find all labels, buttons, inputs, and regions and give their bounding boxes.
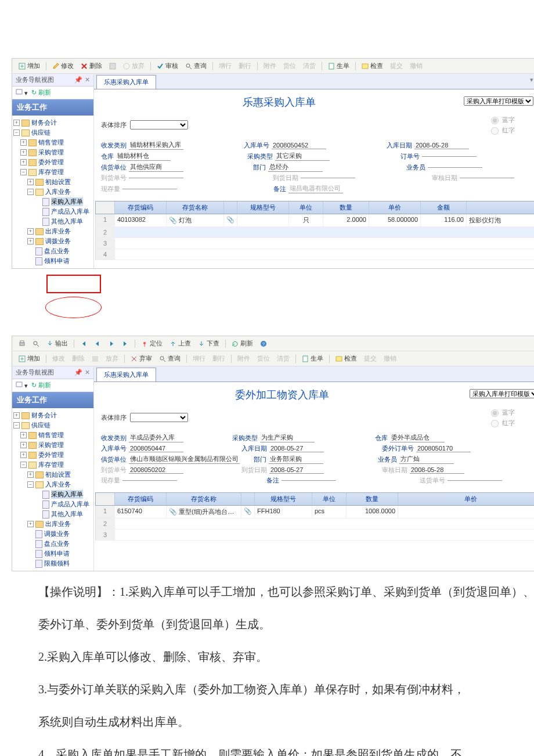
table-row[interactable]: 2 xyxy=(95,227,534,238)
bill-button[interactable]: 生单 xyxy=(325,60,352,71)
tree-node-outsource[interactable]: +委外管理 xyxy=(13,450,92,460)
table-row[interactable]: 3 xyxy=(95,238,534,249)
audit-button[interactable]: 审核 xyxy=(154,60,181,71)
field-salesman[interactable] xyxy=(428,167,482,168)
field-purchase-type[interactable]: 为生产采购 xyxy=(260,433,315,442)
table-row[interactable]: 4 xyxy=(95,249,534,260)
prev-button[interactable] xyxy=(91,339,104,348)
add-button[interactable]: 增加 xyxy=(16,60,43,71)
tree-node-outbound[interactable]: +出库业务 xyxy=(13,226,92,236)
print-template-select[interactable]: 采购入库单打印模版 xyxy=(464,96,533,106)
tree-node-inbound[interactable]: −入库业务 xyxy=(13,480,92,489)
unaudit-button[interactable]: 弃审 xyxy=(128,353,155,364)
tree-node-limit[interactable]: 限额领料 xyxy=(13,559,92,568)
tree-node-sales[interactable]: +销售管理 xyxy=(13,138,92,147)
sidebar-close-icon[interactable]: ✕ xyxy=(85,369,90,376)
sidebar-dropdown[interactable]: ▾ xyxy=(16,381,28,390)
table-row[interactable]: 2 xyxy=(95,519,534,530)
radio-red[interactable]: 红字 xyxy=(488,125,515,135)
output-button[interactable]: 输出 xyxy=(44,338,71,349)
sort-select[interactable] xyxy=(130,120,188,129)
first-button[interactable] xyxy=(77,339,90,348)
field-date[interactable]: 2008-05-28 xyxy=(414,142,469,149)
print-icon[interactable] xyxy=(16,339,28,348)
tree-node-sales[interactable]: +销售管理 xyxy=(13,430,92,440)
tree-node-other-in[interactable]: 其他入库单 xyxy=(13,509,92,519)
field-date[interactable]: 2008-05-27 xyxy=(269,445,324,452)
query-button[interactable]: 查询 xyxy=(156,353,183,364)
field-dept[interactable]: 业务部采购 xyxy=(269,455,323,464)
tree-node-supply[interactable]: −供应链 xyxy=(13,420,92,430)
field-dept[interactable]: 总经办 xyxy=(268,163,323,172)
tree-node-stocktake[interactable]: 盘点业务 xyxy=(13,539,92,549)
tree-node-finance[interactable]: +财务会计 xyxy=(13,118,92,128)
tree-node-transfer[interactable]: 调拨业务 xyxy=(13,529,92,539)
tree-node-purchase-in[interactable]: 采购入库单 xyxy=(13,197,92,207)
check-button[interactable]: 检查 xyxy=(333,353,360,364)
help-icon[interactable]: ? xyxy=(257,339,270,348)
radio-blue[interactable]: 蓝字 xyxy=(488,408,515,417)
table-row[interactable]: 1 6150740 📎 重型(细)升高地台… 📎 FFH180 pcs 1008… xyxy=(95,506,534,519)
sidebar-refresh-button[interactable]: ↻ 刷新 xyxy=(31,381,51,390)
field-bill-no[interactable]: 2008050447 xyxy=(129,445,183,452)
sidebar-pin-icon[interactable]: 📌 xyxy=(74,369,82,376)
tree-node-outsource[interactable]: +委外管理 xyxy=(13,157,92,167)
field-order-no[interactable] xyxy=(422,156,477,157)
check-button[interactable]: 检查 xyxy=(359,60,386,71)
sidebar-refresh-button[interactable]: ↻ 刷新 xyxy=(31,88,51,97)
tree-node-purchase-in[interactable]: 采购入库单 xyxy=(13,489,92,499)
field-outsource-no[interactable]: 2008050170 xyxy=(416,445,471,452)
field-warehouse[interactable]: 辅助材料仓 xyxy=(116,152,171,161)
last-button[interactable] xyxy=(119,339,132,348)
tree-node-requisition[interactable]: 领料申请 xyxy=(13,256,92,266)
tree-node-inventory[interactable]: −库存管理 xyxy=(13,460,92,470)
field-warehouse[interactable]: 委外半成品仓 xyxy=(390,433,445,442)
sort-select[interactable] xyxy=(130,413,188,422)
preview-icon[interactable] xyxy=(30,339,42,348)
bill-button[interactable]: 生单 xyxy=(299,353,326,364)
tab-purchase-in[interactable]: 乐惠采购入库单 xyxy=(96,368,156,381)
tree-node-finance[interactable]: +财务会计 xyxy=(13,411,92,420)
delete-button[interactable]: 删除 xyxy=(78,60,105,71)
position-button[interactable]: 定位 xyxy=(138,338,165,349)
tab-close-icon[interactable]: ▾ ✕ xyxy=(525,74,534,89)
query-button[interactable]: 查询 xyxy=(182,60,210,71)
tree-node-outbound[interactable]: +出库业务 xyxy=(13,519,92,529)
tree-node-requisition[interactable]: 领料申请 xyxy=(13,549,92,559)
tree-node-transfer[interactable]: +调拨业务 xyxy=(13,236,92,246)
edit-button[interactable]: 修改 xyxy=(49,60,77,71)
tree-node-init[interactable]: +初始设置 xyxy=(13,177,92,187)
field-remark[interactable]: 瑞昌电器有限公司 xyxy=(288,184,343,193)
field-receive-type[interactable]: 半成品委外入库 xyxy=(129,433,183,442)
field-remark[interactable] xyxy=(282,480,336,481)
table-row[interactable]: 3 xyxy=(95,530,534,541)
field-supplier[interactable]: 其他供应商 xyxy=(129,163,183,172)
tree-node-purchase[interactable]: +采购管理 xyxy=(13,147,92,157)
table-row[interactable]: 1 40103082 📎 灯泡 📎 只 2.0000 58.000000 116… xyxy=(95,214,534,227)
next-button[interactable] xyxy=(105,339,118,348)
print-template-select[interactable]: 采购入库单打印模版 xyxy=(470,389,534,398)
tree-node-other-in[interactable]: 其他入库单 xyxy=(13,217,92,226)
field-purchase-type[interactable]: 其它采购 xyxy=(275,152,330,161)
tree-node-init[interactable]: +初始设置 xyxy=(13,470,92,480)
tree-node-purchase[interactable]: +采购管理 xyxy=(13,440,92,450)
field-supplier[interactable]: 佛山市顺德区锦顺兴金属制品有限公司 xyxy=(129,455,240,464)
tree-node-stocktake[interactable]: 盘点业务 xyxy=(13,246,92,256)
tree-node-product-in[interactable]: 产成品入库单 xyxy=(13,207,92,217)
field-salesman[interactable]: 方广灿 xyxy=(399,455,454,464)
sidebar-close-icon[interactable]: ✕ xyxy=(85,76,90,84)
tab-purchase-in[interactable]: 乐惠采购入库单 xyxy=(96,75,156,89)
field-bill-no[interactable]: 2008050452 xyxy=(272,142,326,149)
radio-blue[interactable]: 蓝字 xyxy=(488,115,515,124)
tree-node-product-in[interactable]: 产成品入库单 xyxy=(13,499,92,509)
add-button[interactable]: 增加 xyxy=(16,353,43,364)
field-receive-type[interactable]: 辅助材料采购入库 xyxy=(129,141,183,150)
tree-node-supply[interactable]: −供应链 xyxy=(13,128,92,138)
tree-node-inventory[interactable]: −库存管理 xyxy=(13,167,92,177)
radio-red[interactable]: 红字 xyxy=(488,418,515,427)
downquery-button[interactable]: 下查 xyxy=(195,338,222,349)
upquery-button[interactable]: 上查 xyxy=(167,338,194,349)
sidebar-pin-icon[interactable]: 📌 xyxy=(74,76,82,84)
sidebar-dropdown[interactable]: ▾ xyxy=(16,88,28,97)
refresh-button[interactable]: 刷新 xyxy=(229,338,256,349)
